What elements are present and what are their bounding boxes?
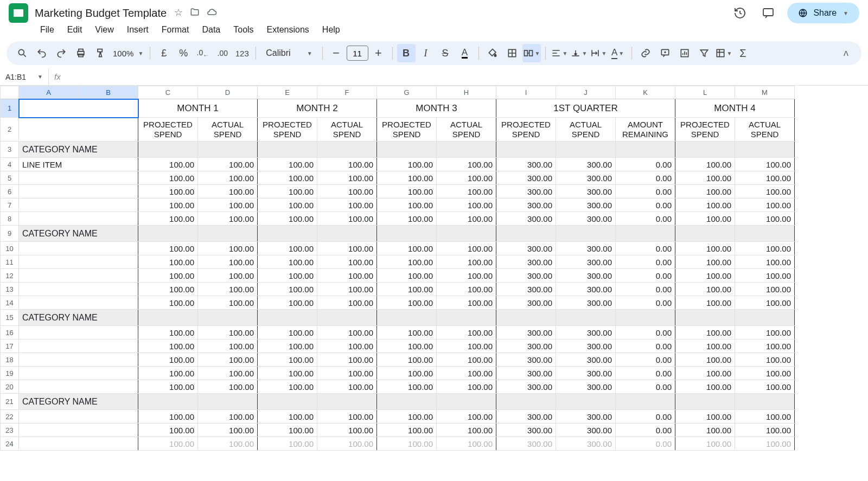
cell-G14[interactable]: 100.00 bbox=[377, 296, 437, 310]
cell-F17[interactable]: 100.00 bbox=[317, 339, 377, 353]
cell-G21[interactable] bbox=[377, 394, 437, 410]
cell-E16[interactable]: 100.00 bbox=[258, 326, 317, 339]
fill-color-icon[interactable] bbox=[483, 44, 502, 62]
header-sub-7[interactable]: ACTUALSPEND bbox=[556, 118, 616, 142]
cell-C24[interactable]: 100.00 bbox=[138, 437, 198, 451]
cell-L19[interactable]: 100.00 bbox=[675, 367, 735, 380]
cell-J15[interactable] bbox=[556, 310, 616, 326]
cell-D7[interactable]: 100.00 bbox=[198, 198, 258, 212]
col-header-H[interactable]: H bbox=[437, 86, 496, 99]
cell-G12[interactable]: 100.00 bbox=[377, 269, 437, 283]
category-label-15[interactable]: CATEGORY NAME bbox=[19, 310, 138, 326]
cell-M11[interactable]: 100.00 bbox=[735, 255, 795, 269]
cell-I15[interactable] bbox=[496, 310, 556, 326]
cell-C15[interactable] bbox=[138, 310, 198, 326]
cell-D10[interactable]: 100.00 bbox=[198, 242, 258, 255]
cell-G3[interactable] bbox=[377, 142, 437, 158]
cell-G17[interactable]: 100.00 bbox=[377, 339, 437, 353]
header-group-4[interactable]: MONTH 4 bbox=[675, 99, 795, 118]
cell-K17[interactable]: 0.00 bbox=[616, 339, 675, 353]
cell-L22[interactable]: 100.00 bbox=[675, 410, 735, 424]
cell-H18[interactable]: 100.00 bbox=[437, 353, 496, 367]
cell-M5[interactable]: 100.00 bbox=[735, 171, 795, 185]
zoom-select[interactable]: 100%▼ bbox=[111, 49, 145, 58]
cell-M18[interactable]: 100.00 bbox=[735, 353, 795, 367]
cell-H15[interactable] bbox=[437, 310, 496, 326]
cell-C16[interactable]: 100.00 bbox=[138, 326, 198, 339]
cell-C18[interactable]: 100.00 bbox=[138, 353, 198, 367]
cell-D16[interactable]: 100.00 bbox=[198, 326, 258, 339]
row-header-8[interactable]: 8 bbox=[1, 212, 19, 226]
col-header-G[interactable]: G bbox=[377, 86, 437, 99]
cell-D22[interactable]: 100.00 bbox=[198, 410, 258, 424]
col-header-F[interactable]: F bbox=[317, 86, 377, 99]
cell-A14[interactable] bbox=[19, 296, 138, 310]
cell-I6[interactable]: 300.00 bbox=[496, 185, 556, 198]
cell-G9[interactable] bbox=[377, 226, 437, 242]
cell-F9[interactable] bbox=[317, 226, 377, 242]
cell-K20[interactable]: 0.00 bbox=[616, 380, 675, 394]
header-sub-8[interactable]: AMOUNTREMAINING bbox=[616, 118, 675, 142]
cell-A20[interactable] bbox=[19, 380, 138, 394]
cell-H14[interactable]: 100.00 bbox=[437, 296, 496, 310]
row-header-10[interactable]: 10 bbox=[1, 242, 19, 255]
menu-insert[interactable]: Insert bbox=[122, 23, 154, 37]
cell-J6[interactable]: 300.00 bbox=[556, 185, 616, 198]
cell-F16[interactable]: 100.00 bbox=[317, 326, 377, 339]
cell-I20[interactable]: 300.00 bbox=[496, 380, 556, 394]
menu-file[interactable]: File bbox=[35, 23, 60, 37]
cell-H5[interactable]: 100.00 bbox=[437, 171, 496, 185]
cell-E22[interactable]: 100.00 bbox=[258, 410, 317, 424]
cell-K14[interactable]: 0.00 bbox=[616, 296, 675, 310]
cell-I17[interactable]: 300.00 bbox=[496, 339, 556, 353]
cell-E15[interactable] bbox=[258, 310, 317, 326]
cell-H10[interactable]: 100.00 bbox=[437, 242, 496, 255]
cell-E3[interactable] bbox=[258, 142, 317, 158]
row-header-24[interactable]: 24 bbox=[1, 437, 19, 451]
cell-H8[interactable]: 100.00 bbox=[437, 212, 496, 226]
cell-D4[interactable]: 100.00 bbox=[198, 158, 258, 171]
cell-E7[interactable]: 100.00 bbox=[258, 198, 317, 212]
cell-L13[interactable]: 100.00 bbox=[675, 283, 735, 296]
cell-J16[interactable]: 300.00 bbox=[556, 326, 616, 339]
cell-M23[interactable]: 100.00 bbox=[735, 424, 795, 437]
row-header-5[interactable]: 5 bbox=[1, 171, 19, 185]
cell-E12[interactable]: 100.00 bbox=[258, 269, 317, 283]
cell-C9[interactable] bbox=[138, 226, 198, 242]
cell-I7[interactable]: 300.00 bbox=[496, 198, 556, 212]
text-color-icon[interactable]: A bbox=[456, 44, 474, 62]
col-header-C[interactable]: C bbox=[138, 86, 198, 99]
cell-L5[interactable]: 100.00 bbox=[675, 171, 735, 185]
cell-F22[interactable]: 100.00 bbox=[317, 410, 377, 424]
cell-K4[interactable]: 0.00 bbox=[616, 158, 675, 171]
cell-C14[interactable]: 100.00 bbox=[138, 296, 198, 310]
sheet-grid[interactable]: ABCDEFGHIJKLM1MONTH 1MONTH 2MONTH 31ST Q… bbox=[0, 86, 868, 474]
cell-H20[interactable]: 100.00 bbox=[437, 380, 496, 394]
cell-K22[interactable]: 0.00 bbox=[616, 410, 675, 424]
cell-L3[interactable] bbox=[675, 142, 735, 158]
cell-A12[interactable] bbox=[19, 269, 138, 283]
header-sub-0[interactable]: PROJECTEDSPEND bbox=[138, 118, 198, 142]
cell-J14[interactable]: 300.00 bbox=[556, 296, 616, 310]
cell-C3[interactable] bbox=[138, 142, 198, 158]
cell-C11[interactable]: 100.00 bbox=[138, 255, 198, 269]
cell-F15[interactable] bbox=[317, 310, 377, 326]
cell-M13[interactable]: 100.00 bbox=[735, 283, 795, 296]
cell-F14[interactable]: 100.00 bbox=[317, 296, 377, 310]
cell-D23[interactable]: 100.00 bbox=[198, 424, 258, 437]
row-header-21[interactable]: 21 bbox=[1, 394, 19, 410]
cell-J20[interactable]: 300.00 bbox=[556, 380, 616, 394]
valign-icon[interactable]: ▼ bbox=[570, 44, 588, 62]
cell-G18[interactable]: 100.00 bbox=[377, 353, 437, 367]
cell-M3[interactable] bbox=[735, 142, 795, 158]
comments-icon[interactable] bbox=[759, 4, 777, 22]
cell-H19[interactable]: 100.00 bbox=[437, 367, 496, 380]
cell-L24[interactable]: 100.00 bbox=[675, 437, 735, 451]
row-header-17[interactable]: 17 bbox=[1, 339, 19, 353]
cell-I5[interactable]: 300.00 bbox=[496, 171, 556, 185]
cell-C23[interactable]: 100.00 bbox=[138, 424, 198, 437]
cell-K5[interactable]: 0.00 bbox=[616, 171, 675, 185]
cell-I11[interactable]: 300.00 bbox=[496, 255, 556, 269]
cell-F8[interactable]: 100.00 bbox=[317, 212, 377, 226]
link-icon[interactable] bbox=[636, 44, 655, 62]
